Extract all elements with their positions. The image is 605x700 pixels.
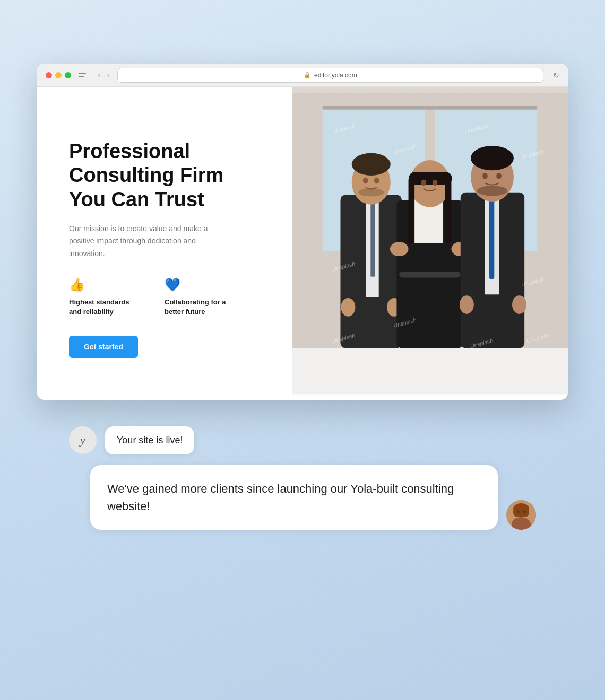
feature-item-2: 💙 Collaborating for a better future xyxy=(165,277,239,317)
svg-point-32 xyxy=(477,186,508,196)
svg-point-51 xyxy=(516,510,520,514)
nav-buttons: ‹ › xyxy=(96,69,112,81)
svg-point-36 xyxy=(512,295,526,314)
sidebar-toggle-icon[interactable] xyxy=(76,71,88,79)
svg-rect-20 xyxy=(445,177,452,243)
svg-rect-50 xyxy=(513,508,529,517)
chat-bubble-1: Your site is live! xyxy=(105,426,194,454)
traffic-lights xyxy=(46,72,71,78)
svg-rect-7 xyxy=(370,200,375,276)
user-avatar-illustration xyxy=(506,500,536,530)
chat-bubble-2-text: We've gained more clients since launchin… xyxy=(107,482,454,513)
chat-bubble-2: We've gained more clients since launchin… xyxy=(90,465,498,530)
svg-point-31 xyxy=(471,146,514,170)
left-panel: Professional Consulting Firm You Can Tru… xyxy=(37,87,292,400)
hero-description: Our mission is to create value and make … xyxy=(69,223,223,260)
user-avatar xyxy=(506,500,536,530)
svg-point-21 xyxy=(421,180,427,186)
feature-1-text: Highest standards and reliability xyxy=(69,298,143,317)
svg-rect-4 xyxy=(292,348,568,394)
address-bar[interactable]: 🔒 editor.yola.com xyxy=(117,68,543,83)
chat-row-right: We've gained more clients since launchin… xyxy=(90,465,536,530)
back-button[interactable]: ‹ xyxy=(96,69,102,81)
traffic-light-green[interactable] xyxy=(65,72,71,78)
hero-title: Professional Consulting Firm You Can Tru… xyxy=(69,139,260,212)
browser-toolbar: ‹ › 🔒 editor.yola.com ↻ xyxy=(37,64,568,87)
feature-2-text: Collaborating for a better future xyxy=(165,298,239,317)
svg-point-11 xyxy=(374,178,379,184)
svg-point-10 xyxy=(363,178,368,184)
feature-item-1: 👍 Highest standards and reliability xyxy=(69,277,143,317)
svg-point-9 xyxy=(352,153,391,176)
svg-rect-29 xyxy=(489,197,495,279)
svg-rect-3 xyxy=(323,106,537,110)
yola-avatar: y xyxy=(69,426,97,454)
traffic-light-red[interactable] xyxy=(46,72,52,78)
consultants-illustration: Unsplash Unsplash Unsplash Unsplash Unsp… xyxy=(292,87,568,400)
svg-point-22 xyxy=(433,180,438,186)
chat-row-left: y Your site is live! xyxy=(69,426,536,454)
website-content: Professional Consulting Firm You Can Tru… xyxy=(37,87,568,400)
lock-icon: 🔒 xyxy=(304,72,311,78)
svg-rect-26 xyxy=(399,272,461,278)
features-row: 👍 Highest standards and reliability 💙 Co… xyxy=(69,277,260,317)
svg-rect-18 xyxy=(409,177,415,249)
url-text: editor.yola.com xyxy=(314,72,357,79)
svg-point-13 xyxy=(341,298,355,317)
svg-point-35 xyxy=(460,295,474,314)
right-panel: Unsplash Unsplash Unsplash Unsplash Unsp… xyxy=(292,87,568,400)
get-started-button[interactable]: Get started xyxy=(69,336,138,358)
svg-point-12 xyxy=(358,188,384,196)
forward-button[interactable]: › xyxy=(105,69,111,81)
chat-section: y Your site is live! We've gained more c… xyxy=(37,400,568,562)
reload-button[interactable]: ↻ xyxy=(553,71,559,80)
consultants-bg: Unsplash Unsplash Unsplash Unsplash Unsp… xyxy=(292,87,568,400)
yola-initial: y xyxy=(80,433,85,447)
outer-wrapper: ‹ › 🔒 editor.yola.com ↻ Professional Con… xyxy=(37,64,568,562)
svg-point-34 xyxy=(496,173,502,179)
thumbs-up-icon: 👍 xyxy=(69,277,143,292)
svg-point-24 xyxy=(390,242,409,256)
svg-point-33 xyxy=(482,173,488,179)
chat-bubble-1-text: Your site is live! xyxy=(117,435,183,445)
heart-icon: 💙 xyxy=(165,277,239,292)
traffic-light-yellow[interactable] xyxy=(55,72,62,78)
browser-window: ‹ › 🔒 editor.yola.com ↻ Professional Con… xyxy=(37,64,568,400)
svg-point-52 xyxy=(523,510,526,514)
